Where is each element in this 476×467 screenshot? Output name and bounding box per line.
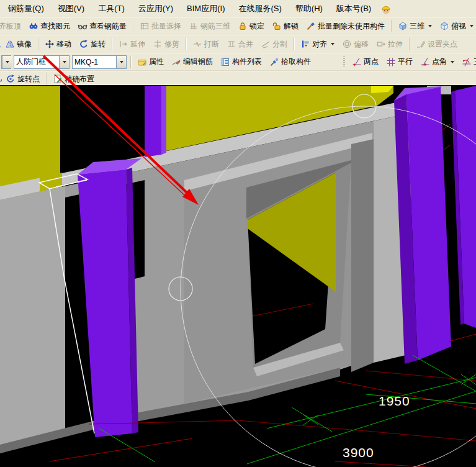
- pick-component-button[interactable]: 拾取构件: [266, 55, 314, 70]
- brush-icon: [306, 21, 316, 31]
- element-name-combo[interactable]: MKQ-1: [72, 55, 127, 69]
- toolbar-separator: [112, 38, 112, 50]
- offset-icon: [342, 39, 352, 49]
- menu-help[interactable]: 帮助(H): [289, 1, 330, 17]
- component-list-icon: [220, 57, 230, 67]
- align-button[interactable]: 对齐: [297, 37, 338, 52]
- move-button[interactable]: 移动: [42, 37, 74, 52]
- element-category-combo-stub[interactable]: [1, 55, 11, 69]
- mirror-icon: [5, 39, 15, 49]
- menu-bim-apps[interactable]: BIM应用(I): [180, 1, 231, 17]
- batch-select-icon: [140, 21, 150, 31]
- clipped-toolbar-icon: [0, 39, 1, 49]
- merge-button[interactable]: 合并: [223, 37, 256, 52]
- break-icon: [192, 39, 202, 49]
- clipped-toolbar-icon: [0, 74, 2, 84]
- three-point-aux-axis-icon: [462, 57, 472, 67]
- dropdown-arrow-icon[interactable]: [331, 43, 335, 45]
- point-angle-axis-icon: [420, 57, 430, 67]
- parallel-axis-icon: [386, 57, 396, 67]
- menu-view[interactable]: 视图(V): [51, 1, 91, 17]
- merge-icon: [227, 39, 236, 49]
- align-icon: [300, 39, 310, 49]
- toolbar-separator: [409, 38, 410, 50]
- trim-icon: [153, 39, 163, 49]
- lock-icon: [238, 21, 248, 31]
- set-grip-button[interactable]: 设置夹点: [413, 37, 460, 52]
- toolbar-separator: [130, 56, 131, 68]
- toolbar-separator: [38, 38, 38, 50]
- viewport-3d[interactable]: 1950 3900: [0, 85, 476, 467]
- trim-button[interactable]: 修剪: [150, 37, 182, 52]
- batch-select-button[interactable]: 批量选择: [137, 19, 184, 34]
- menu-version[interactable]: 版本号(B): [330, 1, 378, 17]
- view-rebar-amount-button[interactable]: 查看钢筋量: [74, 19, 130, 34]
- mirror-button[interactable]: 镜像: [2, 37, 35, 52]
- edit-rebar-icon: [171, 57, 181, 67]
- unlock-button[interactable]: 解锁: [269, 19, 302, 34]
- combo-dropdown-icon[interactable]: [59, 56, 69, 68]
- toolbar-edit: 镜像 移动 旋转 延伸 修剪 打断 合并 分割: [0, 35, 476, 53]
- parallel-axis-button[interactable]: 平行: [383, 55, 416, 70]
- component-list-button[interactable]: 构件列表: [217, 55, 265, 70]
- dropdown-arrow-icon[interactable]: [470, 25, 474, 27]
- toolbar-separator: [186, 38, 186, 50]
- two-point-axis-icon: [352, 57, 362, 67]
- menu-rebar-quantity[interactable]: 钢筋量(Q): [1, 1, 51, 17]
- set-grip-icon: [416, 39, 426, 49]
- rebar-3d-button[interactable]: 钢筋三维: [186, 19, 233, 34]
- lock-button[interactable]: 锁定: [235, 19, 267, 34]
- offset-button[interactable]: 偏移: [339, 37, 372, 52]
- toolbar-separator: [133, 20, 133, 32]
- rotate-button[interactable]: 旋转: [76, 37, 109, 52]
- bim-rebar-app-window: 钢筋量(Q) 视图(V) 工具(T) 云应用(Y) BIM应用(I) 在线服务(…: [0, 0, 476, 467]
- break-button[interactable]: 打断: [189, 37, 222, 52]
- flat-to-slab-top-button[interactable]: 齐板顶: [0, 19, 24, 34]
- stretch-icon: [376, 39, 386, 49]
- batch-delete-unused-button[interactable]: 批量删除未使用构件: [303, 19, 388, 34]
- extend-button[interactable]: 延伸: [115, 37, 148, 52]
- element-name-value: MKQ-1: [73, 58, 116, 66]
- properties-button[interactable]: 属性: [134, 55, 167, 70]
- menu-tools[interactable]: 工具(T): [91, 1, 132, 17]
- dimension-label-1950: 1950: [379, 394, 410, 408]
- move-icon: [45, 39, 55, 49]
- door-frame-right-side: [351, 139, 374, 372]
- worker-helmet-icon: [380, 4, 390, 14]
- point-angle-axis-button[interactable]: 点角: [417, 55, 457, 70]
- precise-placement-icon: [53, 74, 63, 84]
- toolbar-element: 人防门框 MKQ-1 属性 编辑钢筋 构件列表 拾取构件 两点: [0, 53, 476, 71]
- unlock-icon: [272, 21, 282, 31]
- find-element-button[interactable]: 查找图元: [25, 19, 73, 34]
- menu-cloud-apps[interactable]: 云应用(Y): [132, 1, 180, 17]
- cube-3d-icon: [398, 21, 408, 31]
- two-point-axis-button[interactable]: 两点: [349, 55, 382, 70]
- rotate-point-icon: [6, 74, 16, 84]
- view-3d-button[interactable]: 三维: [395, 19, 435, 34]
- split-button[interactable]: 分割: [258, 37, 290, 52]
- toolbar-grip[interactable]: [343, 57, 345, 68]
- stretch-button[interactable]: 拉伸: [373, 37, 406, 52]
- dimension-label-3900: 3900: [343, 445, 374, 460]
- glasses-icon: [78, 21, 88, 31]
- combo-dropdown-icon[interactable]: [2, 56, 12, 68]
- dropdown-arrow-icon[interactable]: [428, 25, 432, 27]
- menu-online-services[interactable]: 在线服务(S): [231, 1, 288, 17]
- precise-placement-button[interactable]: 精确布置: [50, 71, 97, 86]
- toolbar-separator: [391, 20, 392, 32]
- rotate-point-button[interactable]: 旋转点: [2, 71, 43, 86]
- dropdown-arrow-icon[interactable]: [451, 61, 454, 63]
- three-point-aux-axis-button[interactable]: 三点辅轴: [459, 55, 476, 70]
- toolbar-view: 齐板顶 查找图元 查看钢筋量 批量选择 钢筋三维 锁定 解锁 批量删: [0, 17, 476, 35]
- binoculars-icon: [29, 21, 38, 31]
- toolbar-separator: [46, 73, 47, 85]
- element-type-value: 人防门框: [14, 57, 59, 67]
- rebar-3d-icon: [189, 21, 199, 31]
- top-view-button[interactable]: 俯视: [436, 19, 476, 34]
- edit-rebar-button[interactable]: 编辑钢筋: [168, 55, 216, 70]
- menu-bar: 钢筋量(Q) 视图(V) 工具(T) 云应用(Y) BIM应用(I) 在线服务(…: [0, 0, 476, 17]
- combo-dropdown-icon[interactable]: [116, 56, 126, 68]
- viewport-3d-scene[interactable]: 1950 3900: [0, 85, 476, 467]
- properties-icon: [137, 57, 147, 67]
- element-type-combo[interactable]: 人防门框: [14, 55, 70, 69]
